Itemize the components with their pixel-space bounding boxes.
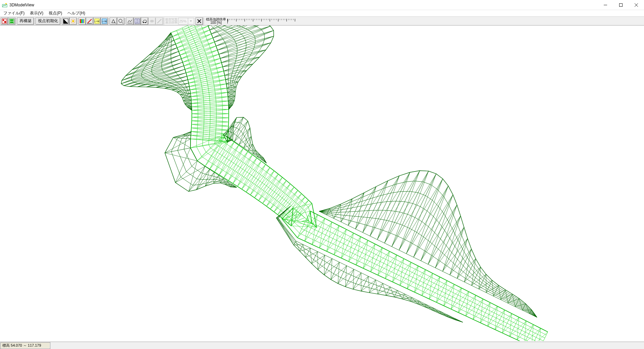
svg-line-129 <box>191 142 227 148</box>
svg-line-465 <box>205 176 219 186</box>
svg-line-421 <box>225 80 238 82</box>
svg-rect-28 <box>127 23 132 23</box>
svg-line-54 <box>180 38 213 55</box>
svg-line-216 <box>319 218 325 248</box>
svg-line-507 <box>253 154 259 154</box>
tool-slope-red-icon[interactable] <box>86 17 93 25</box>
toolbar-separator <box>125 17 125 25</box>
elevation-scale-ruler[interactable] <box>227 19 294 23</box>
title-bar: 3DModelView <box>0 0 644 10</box>
svg-line-371 <box>187 107 192 107</box>
tool-lw-blue-icon[interactable]: L=W <box>101 17 108 25</box>
tool-onoff-icon[interactable]: ONOFF <box>133 17 141 25</box>
menu-view[interactable]: 表示(V) <box>27 10 46 17</box>
svg-line-219 <box>327 222 332 251</box>
svg-line-540 <box>377 172 410 239</box>
svg-line-543 <box>384 170 420 243</box>
elev-scale-value: 100 [%] <box>206 21 226 24</box>
svg-line-175 <box>263 177 282 203</box>
svg-line-451 <box>165 148 190 153</box>
tool-contour-icon[interactable] <box>148 17 156 25</box>
svg-line-222 <box>334 226 339 255</box>
svg-line-223 <box>334 230 346 255</box>
svg-line-15 <box>71 19 72 20</box>
svg-rect-8 <box>10 21 13 23</box>
svg-rect-22 <box>84 19 85 23</box>
toolbar-separator <box>204 17 204 25</box>
tool-diagonal-icon[interactable] <box>156 17 163 25</box>
svg-line-144 <box>219 142 234 175</box>
svg-line-529 <box>348 187 376 226</box>
svg-point-36 <box>151 21 153 21</box>
aerial-percent-select[interactable]: 25% <box>178 18 194 24</box>
chevron-down-icon <box>188 18 193 24</box>
status-elev-label: 標高 <box>2 343 10 348</box>
svg-line-647 <box>376 280 378 294</box>
elev-scale-label: 標高強調倍率 <box>206 18 226 21</box>
svg-line-566 <box>442 216 461 271</box>
tool-sun-icon[interactable] <box>69 17 77 25</box>
viewport-3d[interactable] <box>0 26 644 342</box>
minimize-button[interactable] <box>598 0 613 10</box>
tool-close-x-icon[interactable] <box>196 17 203 25</box>
tool-lw-yellow-icon[interactable]: L=W <box>93 17 101 25</box>
aerial-label-2: 表示倍率 <box>165 21 177 24</box>
svg-line-524 <box>341 204 341 222</box>
tool-section-icon[interactable] <box>126 17 133 25</box>
svg-text:OFF: OFF <box>136 21 139 23</box>
svg-line-122 <box>191 132 228 138</box>
svg-rect-4 <box>3 19 4 21</box>
tool-circle-cursor-icon[interactable] <box>117 17 124 25</box>
svg-line-533 <box>363 187 376 233</box>
svg-line-172 <box>259 174 278 201</box>
menu-viewpoint[interactable]: 視点(P) <box>46 10 65 17</box>
svg-point-33 <box>145 22 146 23</box>
svg-line-536 <box>370 181 388 236</box>
svg-line-166 <box>250 167 270 195</box>
svg-rect-2 <box>620 3 623 6</box>
svg-line-178 <box>266 181 286 206</box>
viewpoint-init-button[interactable]: 視点初期化 <box>36 17 60 25</box>
svg-line-153 <box>233 151 248 183</box>
svg-line-663 <box>410 301 419 301</box>
tool-triangle-cursor-icon[interactable] <box>110 17 117 25</box>
tool-contrast-icon[interactable] <box>62 17 69 25</box>
svg-line-539 <box>377 176 399 240</box>
svg-line-382 <box>208 26 234 26</box>
svg-line-60 <box>183 46 216 62</box>
svg-line-46 <box>176 30 210 44</box>
svg-line-49 <box>177 34 211 48</box>
svg-line-488 <box>225 117 237 135</box>
close-button[interactable] <box>629 0 644 10</box>
svg-line-427 <box>227 88 235 92</box>
svg-line-50 <box>177 38 213 48</box>
svg-text:L=W: L=W <box>95 20 100 22</box>
svg-line-404 <box>220 36 274 58</box>
svg-line-646 <box>369 280 376 293</box>
maximize-button[interactable] <box>613 0 629 10</box>
tool-color-bars-icon[interactable] <box>78 17 86 25</box>
svg-line-531 <box>356 187 376 229</box>
svg-line-200 <box>291 226 316 227</box>
tool-green-screen-icon[interactable] <box>8 17 15 25</box>
svg-line-569 <box>450 227 464 275</box>
tool-red-screen-icon[interactable] <box>1 17 8 25</box>
svg-line-460 <box>197 169 210 190</box>
svg-line-69 <box>186 58 220 73</box>
svg-line-537 <box>370 176 399 236</box>
status-elev-range: 54.070 ～ 117.179 <box>11 343 41 348</box>
toolbar-separator <box>61 17 61 25</box>
tool-car-icon[interactable] <box>141 17 148 25</box>
svg-line-599 <box>519 299 523 310</box>
app-icon <box>2 2 7 8</box>
svg-line-627 <box>318 259 332 269</box>
menu-help[interactable]: ヘルプ(H) <box>65 10 88 17</box>
svg-line-147 <box>224 145 239 178</box>
svg-line-47 <box>176 34 211 44</box>
menu-file[interactable]: ファイル(F) <box>1 10 27 17</box>
rebuild-button[interactable]: 再構築 <box>17 17 34 25</box>
svg-line-268 <box>444 284 454 306</box>
svg-line-402 <box>219 36 274 54</box>
svg-line-274 <box>459 292 469 312</box>
svg-line-53 <box>179 42 215 51</box>
